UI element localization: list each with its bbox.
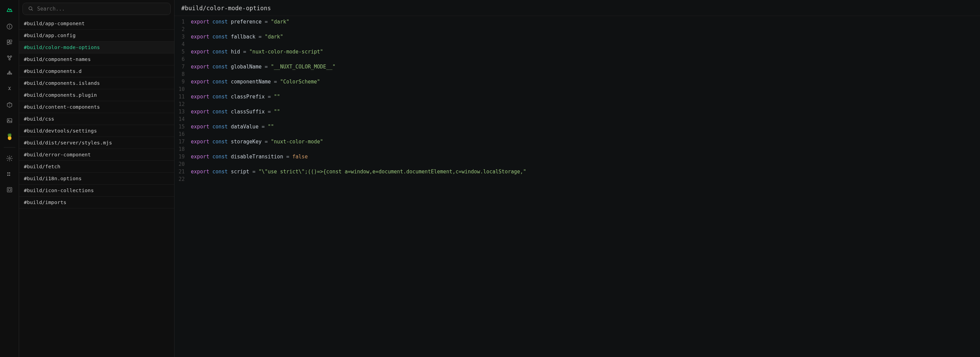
line-number: 10 bbox=[175, 86, 191, 93]
line-number: 11 bbox=[175, 93, 191, 100]
line-number: 17 bbox=[175, 138, 191, 146]
code-content bbox=[191, 160, 980, 168]
code-line: 5export const hid = "nuxt-color-mode-scr… bbox=[175, 48, 980, 56]
svg-rect-5 bbox=[7, 43, 9, 44]
line-number: 13 bbox=[175, 108, 191, 116]
code-content bbox=[191, 86, 980, 93]
code-content bbox=[191, 25, 980, 33]
line-number: 1 bbox=[175, 18, 191, 25]
code-editor: 1export const preference = "dark"23expor… bbox=[175, 16, 980, 190]
file-item[interactable]: #build/components.islands bbox=[19, 77, 174, 89]
file-item[interactable]: #build/content-components bbox=[19, 101, 174, 113]
svg-point-27 bbox=[9, 175, 10, 176]
assets-icon[interactable] bbox=[3, 114, 16, 127]
line-number: 6 bbox=[175, 56, 191, 63]
code-line: 14 bbox=[175, 116, 980, 123]
line-number: 8 bbox=[175, 70, 191, 78]
pinia-icon[interactable]: 🍍 bbox=[3, 129, 16, 143]
hooks-icon[interactable] bbox=[3, 83, 16, 96]
components-icon[interactable] bbox=[3, 51, 16, 65]
files-icon[interactable] bbox=[3, 98, 16, 112]
pages-icon[interactable] bbox=[3, 35, 16, 49]
svg-point-22 bbox=[8, 119, 9, 121]
file-item[interactable]: #build/error-component bbox=[19, 149, 174, 161]
modules-icon[interactable] bbox=[3, 67, 16, 80]
code-content: export const script = "\"use strict\";((… bbox=[191, 168, 980, 175]
code-content: export const classPrefix = "" bbox=[191, 93, 980, 100]
code-content bbox=[191, 41, 980, 48]
svg-point-23 bbox=[8, 158, 10, 159]
svg-line-13 bbox=[10, 57, 11, 59]
file-item[interactable]: #build/color-mode-options bbox=[19, 41, 174, 54]
app-root: 🍍 #build/app-component#build/app.config#… bbox=[0, 0, 980, 357]
code-line: 11export const classPrefix = "" bbox=[175, 93, 980, 100]
svg-rect-29 bbox=[8, 189, 11, 191]
code-line: 22 bbox=[175, 175, 980, 183]
svg-rect-3 bbox=[7, 40, 9, 42]
line-number: 3 bbox=[175, 33, 191, 41]
line-number: 22 bbox=[175, 175, 191, 183]
svg-rect-28 bbox=[7, 187, 11, 192]
file-item[interactable]: #build/app-component bbox=[19, 18, 174, 30]
info-icon[interactable] bbox=[3, 20, 16, 33]
file-item[interactable]: #build/css bbox=[19, 113, 174, 125]
code-content bbox=[191, 56, 980, 63]
svg-point-25 bbox=[9, 172, 10, 173]
search-wrap bbox=[19, 0, 174, 18]
file-item[interactable]: #build/imports bbox=[19, 197, 174, 208]
file-item[interactable]: #build/dist/server/styles.mjs bbox=[19, 137, 174, 149]
search-icon bbox=[28, 5, 34, 13]
nuxt-logo[interactable] bbox=[5, 5, 14, 14]
code-line: 4 bbox=[175, 41, 980, 48]
code-content bbox=[191, 130, 980, 138]
code-line: 17export const storageKey = "nuxt-color-… bbox=[175, 138, 980, 146]
svg-rect-4 bbox=[10, 40, 11, 42]
file-item[interactable]: #build/icon-collections bbox=[19, 185, 174, 197]
svg-point-30 bbox=[29, 6, 32, 10]
editor-pane: #build/color-mode-options 1export const … bbox=[175, 0, 980, 357]
code-line: 16 bbox=[175, 130, 980, 138]
code-line: 3export const fallback = "dark" bbox=[175, 33, 980, 41]
code-line: 6 bbox=[175, 56, 980, 63]
code-line: 18 bbox=[175, 146, 980, 153]
inspect-icon[interactable] bbox=[3, 183, 16, 197]
line-number: 9 bbox=[175, 78, 191, 86]
code-line: 20 bbox=[175, 160, 980, 168]
editor-scroll[interactable]: 1export const preference = "dark"23expor… bbox=[175, 16, 980, 357]
rail-separator bbox=[4, 147, 15, 148]
code-line: 19export const disableTransition = false bbox=[175, 153, 980, 160]
line-number: 21 bbox=[175, 168, 191, 175]
code-line: 9export const componentName = "ColorSche… bbox=[175, 78, 980, 86]
svg-line-31 bbox=[32, 9, 33, 10]
file-item[interactable]: #build/i18n.options bbox=[19, 173, 174, 185]
code-line: 15export const dataValue = "" bbox=[175, 123, 980, 130]
code-content: export const dataValue = "" bbox=[191, 123, 980, 130]
line-number: 20 bbox=[175, 160, 191, 168]
file-item[interactable]: #build/components.d bbox=[19, 65, 174, 77]
file-item[interactable]: #build/app.config bbox=[19, 30, 174, 41]
line-number: 2 bbox=[175, 25, 191, 33]
file-item[interactable]: #build/fetch bbox=[19, 161, 174, 173]
line-number: 14 bbox=[175, 116, 191, 123]
code-line: 1export const preference = "dark" bbox=[175, 18, 980, 25]
settings-icon[interactable] bbox=[3, 152, 16, 165]
file-item[interactable]: #build/devtools/settings bbox=[19, 125, 174, 137]
more-icon[interactable] bbox=[3, 167, 16, 181]
line-number: 5 bbox=[175, 48, 191, 56]
line-number: 12 bbox=[175, 100, 191, 108]
line-number: 4 bbox=[175, 41, 191, 48]
file-list[interactable]: #build/app-component#build/app.config#bu… bbox=[19, 18, 174, 357]
code-content: export const preference = "dark" bbox=[191, 18, 980, 25]
code-content bbox=[191, 70, 980, 78]
line-number: 16 bbox=[175, 130, 191, 138]
file-item[interactable]: #build/components.plugin bbox=[19, 89, 174, 101]
code-content: export const hid = "nuxt-color-mode-scri… bbox=[191, 48, 980, 56]
search-input[interactable] bbox=[37, 6, 165, 12]
svg-rect-21 bbox=[7, 119, 11, 123]
code-content: export const classSuffix = "" bbox=[191, 108, 980, 116]
file-item[interactable]: #build/component-names bbox=[19, 54, 174, 65]
code-content bbox=[191, 175, 980, 183]
code-content bbox=[191, 146, 980, 153]
line-number: 19 bbox=[175, 153, 191, 160]
search-box[interactable] bbox=[22, 3, 171, 15]
